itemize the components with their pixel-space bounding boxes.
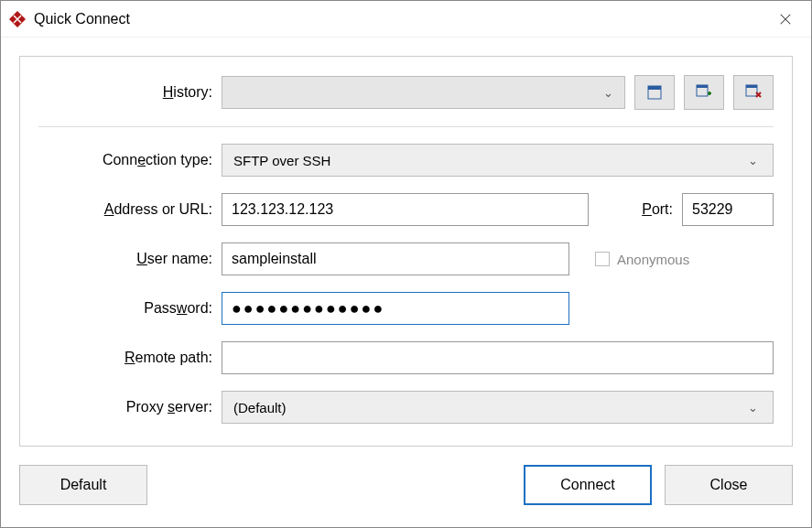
connection-type-select[interactable]: SFTP over SSH ⌄ [222,144,774,177]
password-mask: ●●●●●●●●●●●●● [232,299,384,318]
username-input[interactable] [222,242,569,275]
dialog-window: Quick Connect History: ⌄ [0,0,812,528]
divider [38,126,774,127]
close-button[interactable]: Close [665,465,793,505]
proxy-value: (Default) [233,400,287,415]
app-icon [8,10,27,28]
anonymous-checkbox[interactable]: Anonymous [595,252,689,267]
proxy-label: Proxy server: [38,399,212,415]
port-label: Port: [642,201,673,218]
address-input[interactable] [222,193,589,226]
checkbox-box [595,252,610,266]
svg-rect-2 [648,86,661,90]
default-button[interactable]: Default [19,465,147,505]
proxy-select[interactable]: (Default) ⌄ [222,391,774,424]
history-remove-button[interactable] [733,75,774,110]
svg-rect-6 [746,85,757,88]
password-label: Password: [38,300,212,317]
connection-type-value: SFTP over SSH [233,153,330,168]
close-window-button[interactable] [767,1,804,38]
svg-rect-4 [697,85,708,88]
port-input[interactable] [682,193,774,226]
username-label: User name: [38,251,212,267]
anonymous-label: Anonymous [617,252,689,267]
chevron-down-icon: ⌄ [603,86,613,100]
remote-path-input[interactable] [222,341,774,374]
history-label: History: [38,84,212,101]
titlebar: Quick Connect [1,1,811,38]
chevron-down-icon: ⌄ [748,154,758,167]
password-input[interactable]: ●●●●●●●●●●●●● [222,292,569,325]
history-add-button[interactable] [684,75,724,110]
history-select[interactable]: ⌄ [222,76,625,109]
remote-path-label: Remote path: [38,350,212,366]
form-group: History: ⌄ Connection type: [19,56,793,447]
history-open-button[interactable] [634,75,675,110]
address-label: Address or URL: [38,201,212,218]
chevron-down-icon: ⌄ [748,401,758,415]
connection-type-label: Connection type: [38,152,212,168]
window-title: Quick Connect [34,11,767,27]
connect-button[interactable]: Connect [524,465,652,505]
